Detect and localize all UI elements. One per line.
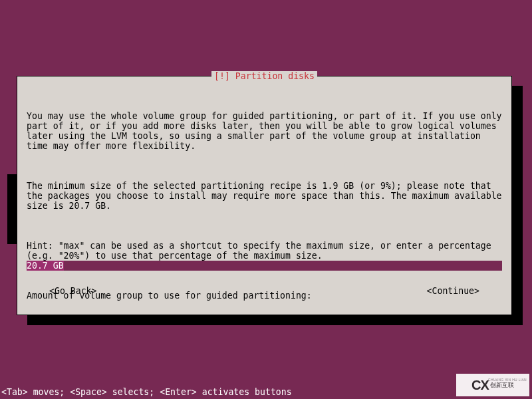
watermark: CHUANG XIN HU LIAN CX 创新互联 (456, 374, 529, 396)
dialog-title: [!] Partition disks (211, 71, 317, 81)
paragraph-3: Hint: "max" can be used as a shortcut to… (27, 241, 502, 261)
paragraph-1: You may use the whole volume group for g… (27, 111, 502, 151)
dialog-title-text: [!] Partition disks (214, 71, 315, 81)
volume-size-input[interactable]: 20.7 GB ________________________________… (27, 261, 502, 271)
watermark-sub: CHUANG XIN HU LIAN (488, 375, 527, 385)
paragraph-2: The minimum size of the selected partiti… (27, 181, 502, 211)
watermark-logo: CX (471, 380, 489, 390)
volume-size-value[interactable]: 20.7 GB (27, 261, 64, 271)
help-bar: <Tab> moves; <Space> selects; <Enter> ac… (1, 387, 292, 397)
partition-dialog: [!] Partition disks You may use the whol… (17, 76, 512, 315)
bg-stripe-left (7, 174, 17, 244)
dialog-nav: <Go Back> <Continue> (49, 286, 479, 296)
go-back-button[interactable]: <Go Back> (49, 286, 96, 296)
continue-button[interactable]: <Continue> (427, 286, 479, 296)
volume-size-fill[interactable]: ________________________________________… (64, 261, 502, 271)
